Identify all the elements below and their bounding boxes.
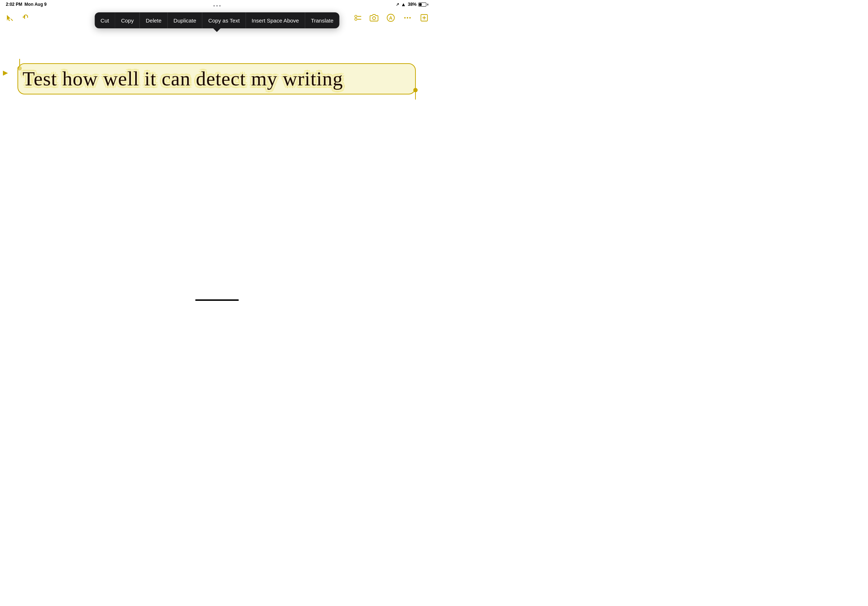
selection-handle-bottom-right-group (413, 88, 418, 99)
date: Mon Aug 9 (24, 2, 46, 7)
select-tool-button[interactable] (5, 12, 15, 23)
dot-1 (213, 5, 215, 6)
time: 2:02 PM (6, 2, 22, 7)
translate-menu-item[interactable]: Translate (305, 12, 339, 28)
svg-text:A: A (389, 15, 392, 21)
canvas-area[interactable]: Test how well it can detect my writing ▶ (0, 27, 434, 292)
battery-icon (418, 3, 428, 6)
location-icon: ↗ (396, 2, 399, 7)
status-bar: 2:02 PM Mon Aug 9 ↗ ▲ 38% (0, 0, 434, 9)
status-right: ↗ ▲ 38% (396, 2, 428, 7)
camera-button[interactable] (369, 12, 380, 23)
svg-point-8 (404, 17, 406, 19)
duplicate-menu-item[interactable]: Duplicate (167, 12, 203, 28)
svg-point-5 (373, 17, 375, 20)
toolbar-left (5, 12, 31, 23)
copy-menu-item[interactable]: Copy (115, 12, 140, 28)
copy-as-text-menu-item[interactable]: Copy as Text (203, 12, 246, 28)
handle-bottom-right[interactable] (413, 88, 418, 92)
checklist-button[interactable] (352, 12, 363, 23)
handwriting-wrapper: Test how well it can detect my writing (17, 63, 416, 94)
new-note-button[interactable] (419, 12, 429, 23)
svg-line-0 (11, 19, 13, 21)
dot-2 (216, 5, 218, 6)
svg-point-10 (409, 17, 411, 19)
handwriting-text: Test how well it can detect my writing (17, 63, 348, 94)
wifi-icon: ▲ (401, 2, 406, 7)
svg-point-3 (355, 18, 357, 20)
home-indicator (195, 299, 239, 301)
play-button[interactable]: ▶ (3, 69, 8, 77)
cut-menu-item[interactable]: Cut (95, 12, 115, 28)
svg-point-1 (355, 15, 357, 17)
three-dots (213, 5, 221, 6)
svg-point-9 (407, 17, 408, 19)
toolbar-right: A (352, 12, 429, 23)
insert-space-above-menu-item[interactable]: Insert Space Above (246, 12, 305, 28)
more-options-button[interactable] (402, 12, 413, 23)
status-left: 2:02 PM Mon Aug 9 (6, 2, 46, 7)
dot-3 (219, 5, 221, 6)
pen-tool-button[interactable]: A (385, 12, 396, 23)
battery-percent: 38% (408, 2, 417, 7)
undo-button[interactable] (20, 12, 31, 23)
context-menu: Cut Copy Delete Duplicate Copy as Text I… (95, 12, 339, 28)
handle-line-bottom (415, 92, 416, 99)
delete-menu-item[interactable]: Delete (140, 12, 167, 28)
